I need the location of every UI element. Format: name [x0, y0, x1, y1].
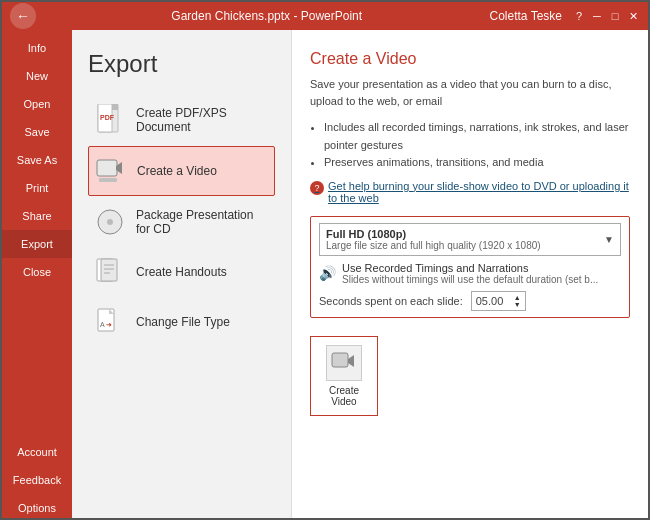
titlebar-title: Garden Chickens.pptx - PowerPoint	[44, 9, 490, 23]
main-layout: Info New Open Save Save As Print Share E…	[2, 30, 648, 520]
export-item-pdf-label: Create PDF/XPS Document	[136, 106, 269, 134]
svg-point-8	[107, 219, 113, 225]
sidebar-item-info[interactable]: Info	[2, 34, 72, 62]
timing-row: 🔊 Use Recorded Timings and Narrations Sl…	[319, 262, 621, 285]
back-button[interactable]: ←	[10, 3, 36, 29]
export-item-package[interactable]: Package Presentation for CD	[88, 198, 275, 246]
export-item-pdf[interactable]: PDF Create PDF/XPS Document	[88, 96, 275, 144]
create-video-button[interactable]: CreateVideo	[310, 336, 378, 416]
sidebar-item-save[interactable]: Save	[2, 118, 72, 146]
export-item-file-type-label: Change File Type	[136, 315, 230, 329]
svg-text:A: A	[100, 321, 105, 328]
right-panel: Create a Video Save your presentation as…	[292, 30, 648, 520]
spin-down-button[interactable]: ▼	[514, 301, 521, 308]
quality-main-label: Full HD (1080p)	[326, 228, 541, 240]
create-video-title: Create a Video	[310, 50, 630, 68]
timing-sub: Slides without timings will use the defa…	[342, 274, 598, 285]
svg-marker-3	[112, 104, 118, 110]
seconds-input[interactable]: 05.00 ▲ ▼	[471, 291, 526, 311]
create-video-button-label: CreateVideo	[329, 385, 359, 407]
sidebar-item-export[interactable]: Export	[2, 230, 72, 258]
sidebar-item-save-as[interactable]: Save As	[2, 146, 72, 174]
create-video-description: Save your presentation as a video that y…	[310, 76, 630, 109]
quality-sub-label: Large file size and full high quality (1…	[326, 240, 541, 251]
export-item-file-type[interactable]: A ➜ Change File Type	[88, 298, 275, 346]
video-icon	[95, 155, 127, 187]
seconds-row: Seconds spent on each slide: 05.00 ▲ ▼	[319, 291, 621, 311]
package-icon	[94, 206, 126, 238]
svg-rect-10	[101, 259, 117, 281]
create-video-button-icon	[326, 345, 362, 381]
spin-up-button[interactable]: ▲	[514, 294, 521, 301]
export-title: Export	[88, 50, 275, 78]
handouts-icon	[94, 256, 126, 288]
export-item-package-label: Package Presentation for CD	[136, 208, 269, 236]
close-button[interactable]: ✕	[626, 9, 640, 23]
titlebar: ← Garden Chickens.pptx - PowerPoint Cole…	[2, 2, 648, 30]
svg-rect-4	[97, 160, 117, 176]
svg-rect-6	[99, 178, 117, 182]
question-icon: ?	[310, 181, 324, 195]
minimize-button[interactable]: ─	[590, 9, 604, 23]
feature-item-1: Includes all recorded timings, narration…	[324, 119, 630, 154]
file-type-icon: A ➜	[94, 306, 126, 338]
spin-buttons: ▲ ▼	[514, 294, 521, 308]
sidebar-item-new[interactable]: New	[2, 62, 72, 90]
svg-rect-18	[332, 353, 348, 367]
sidebar: Info New Open Save Save As Print Share E…	[2, 30, 72, 520]
svg-text:PDF: PDF	[100, 114, 115, 121]
titlebar-user: Coletta Teske	[490, 9, 563, 23]
export-item-video-label: Create a Video	[137, 164, 217, 178]
svg-text:➜: ➜	[106, 321, 112, 328]
sidebar-item-share[interactable]: Share	[2, 202, 72, 230]
content-area: Export PDF Create PDF/XPS Document	[72, 30, 648, 520]
sidebar-item-close[interactable]: Close	[2, 258, 72, 286]
sidebar-item-account[interactable]: Account	[2, 438, 72, 466]
help-button[interactable]: ?	[572, 9, 586, 23]
help-link[interactable]: ? Get help burning your slide-show video…	[310, 180, 630, 204]
export-item-video[interactable]: Create a Video	[88, 146, 275, 196]
seconds-value: 05.00	[476, 295, 504, 307]
feature-item-2: Preserves animations, transitions, and m…	[324, 154, 630, 172]
pdf-icon: PDF	[94, 104, 126, 136]
sidebar-item-options[interactable]: Options	[2, 494, 72, 520]
sidebar-item-feedback[interactable]: Feedback	[2, 466, 72, 494]
quality-dropdown[interactable]: Full HD (1080p) Large file size and full…	[319, 223, 621, 256]
export-item-handouts-label: Create Handouts	[136, 265, 227, 279]
export-panel: Export PDF Create PDF/XPS Document	[72, 30, 292, 520]
timing-label: Use Recorded Timings and Narrations	[342, 262, 598, 274]
dropdown-arrow-icon: ▼	[604, 234, 614, 245]
seconds-label: Seconds spent on each slide:	[319, 295, 463, 307]
timing-icon: 🔊	[319, 265, 336, 281]
quality-section: Full HD (1080p) Large file size and full…	[310, 216, 630, 318]
titlebar-controls: ? ─ □ ✕	[572, 9, 640, 23]
sidebar-item-open[interactable]: Open	[2, 90, 72, 118]
restore-button[interactable]: □	[608, 9, 622, 23]
svg-marker-19	[348, 355, 354, 367]
feature-list: Includes all recorded timings, narration…	[324, 119, 630, 172]
export-item-handouts[interactable]: Create Handouts	[88, 248, 275, 296]
sidebar-item-print[interactable]: Print	[2, 174, 72, 202]
